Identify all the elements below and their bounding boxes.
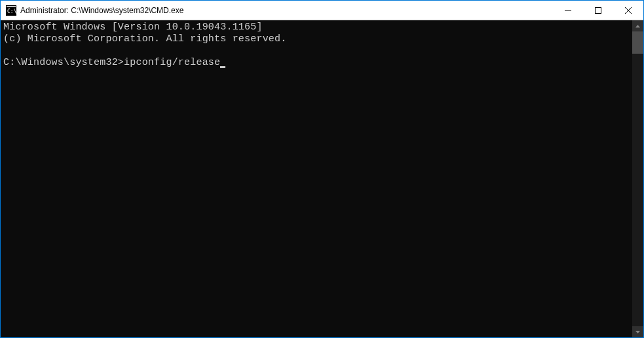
scroll-thumb[interactable] — [632, 31, 643, 54]
cmd-window: C:\ Administrator: C:\Windows\system32\C… — [0, 0, 644, 338]
scroll-track[interactable] — [632, 31, 643, 326]
minimize-button[interactable] — [553, 1, 583, 20]
scroll-up-arrow-icon[interactable] — [632, 20, 643, 31]
cursor-icon — [220, 66, 225, 68]
maximize-button[interactable] — [583, 1, 613, 20]
svg-rect-4 — [596, 7, 601, 13]
terminal-line: (c) Microsoft Corporation. All rights re… — [3, 33, 630, 45]
terminal[interactable]: Microsoft Windows [Version 10.0.19043.11… — [1, 20, 632, 337]
terminal-prompt: C:\Windows\system32> — [3, 57, 124, 68]
terminal-line: Microsoft Windows [Version 10.0.19043.11… — [3, 22, 630, 33]
svg-marker-8 — [635, 331, 640, 333]
vertical-scrollbar[interactable] — [632, 20, 643, 337]
scroll-down-arrow-icon[interactable] — [632, 326, 643, 337]
terminal-area: Microsoft Windows [Version 10.0.19043.11… — [1, 20, 643, 337]
svg-marker-7 — [635, 25, 640, 28]
close-button[interactable] — [613, 1, 643, 20]
svg-rect-1 — [7, 6, 16, 7]
terminal-blank-line — [3, 45, 630, 57]
svg-text:C:\: C:\ — [7, 9, 16, 14]
window-title: Administrator: C:\Windows\system32\CMD.e… — [20, 6, 183, 15]
terminal-prompt-line: C:\Windows\system32>ipconfig/release — [3, 57, 630, 69]
terminal-command: ipconfig/release — [124, 57, 220, 68]
cmd-icon: C:\ — [6, 5, 16, 16]
titlebar[interactable]: C:\ Administrator: C:\Windows\system32\C… — [1, 1, 643, 20]
window-controls — [553, 1, 643, 20]
